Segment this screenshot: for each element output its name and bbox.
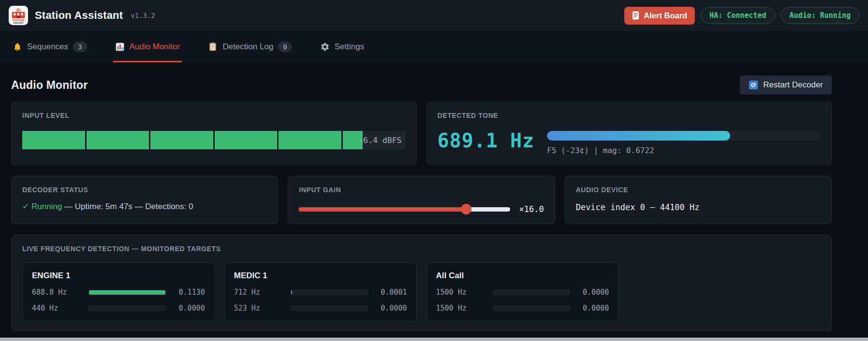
meter-segment-fill [22,131,85,149]
frequency-magnitude-fill [291,290,292,295]
frequency-magnitude-fill [89,290,165,295]
tab-label: Sequences [27,42,68,52]
app-version: v1.3.2 [131,12,155,19]
input-level-card: INPUT LEVEL -6.4 dBFS [11,101,417,165]
tab-label: Audio Monitor [130,42,180,52]
decoder-status-line: ✓ Running — Uptime: 5m 47s — Detections:… [22,201,267,212]
target-magnitude: 0.0000 [577,304,609,313]
frequency-magnitude-bar [493,290,570,295]
tab-audio-monitor[interactable]: Audio Monitor [115,31,180,62]
refresh-icon [749,80,758,90]
detected-frequency-value: 689.1 Hz [438,130,535,151]
target-card-all-call: All Call 1500 Hz 0.0000 1500 Hz 0.0000 [427,262,619,321]
tab-label: Settings [335,42,364,52]
target-frequency-row: 440 Hz 0.0000 [32,304,205,313]
tone-magnitude-fill [547,131,730,141]
input-gain-slider-fill [299,207,466,212]
tab-label: Detection Log [222,42,273,52]
restart-decoder-label: Restart Decoder [763,80,823,90]
input-level-meter: -6.4 dBFS [22,131,406,149]
meter-segment [22,131,85,149]
live-detection-card: LIVE FREQUENCY DETECTION — MONITORED TAR… [11,235,832,331]
live-detection-card-label: LIVE FREQUENCY DETECTION — MONITORED TAR… [22,245,821,253]
input-gain-card: INPUT GAIN ×16.0 [288,176,555,224]
target-frequency-row: 1500 Hz 0.0000 [436,304,609,313]
target-frequency-row: 1500 Hz 0.0000 [436,288,609,297]
tab-detection-log[interactable]: Detection Log 0 [208,31,292,62]
target-name: All Call [436,271,609,281]
input-gain-value: ×16.0 [519,204,544,214]
meter-segment-fill [215,131,278,149]
input-level-dbfs-value: -6.4 dBFS [358,136,401,145]
fire-station-logo-icon: STATION ASSISTANT [9,6,28,25]
meter-segment [150,131,213,149]
detected-tone-card-label: DETECTED TONE [438,112,821,119]
tone-note-info: F5 (-23¢) | mag: 0.6722 [547,146,821,155]
target-frequency: 440 Hz [32,304,81,313]
target-card-medic-1: MEDIC 1 712 Hz 0.0001 523 Hz 0.0000 [224,262,417,321]
target-magnitude: 0.0000 [375,304,407,313]
audio-device-card-label: AUDIO DEVICE [576,186,821,194]
page-title: Audio Monitor [11,79,88,92]
gear-icon [320,42,330,52]
meter-segment [279,131,341,149]
clipboard-icon [208,42,218,52]
svg-text:ASSISTANT: ASSISTANT [13,22,24,24]
meter-segment-fill [279,131,341,149]
audio-device-card: AUDIO DEVICE Device index 0 — 44100 Hz [565,176,832,224]
frequency-magnitude-bar [291,290,368,295]
input-level-card-label: INPUT LEVEL [22,112,406,119]
target-frequency-row: 523 Hz 0.0000 [234,304,407,313]
frequency-magnitude-bar [88,306,166,311]
tone-magnitude-bar [547,131,821,141]
frequency-magnitude-bar [88,290,166,295]
target-frequency-row: 712 Hz 0.0001 [234,288,407,297]
target-frequency-row: 688.8 Hz 0.1130 [32,288,205,297]
target-frequency: 688.8 Hz [32,288,81,297]
target-magnitude: 0.0000 [173,304,205,313]
decoder-status-card: DECODER STATUS ✓ Running — Uptime: 5m 47… [11,176,278,224]
svg-text:STATION: STATION [13,19,24,22]
alert-board-button[interactable]: Alert Board [624,7,695,25]
tab-settings[interactable]: Settings [320,31,364,62]
meter-segment-fill [150,131,213,149]
detected-tone-card: DETECTED TONE 689.1 Hz F5 (-23¢) | mag: … [427,101,832,165]
tab-bar: Sequences 3 Audio Monitor Detection Lo [0,31,868,63]
tab-badge-sequences: 3 [73,42,87,52]
horizontal-scrollbar[interactable] [0,338,868,341]
audio-device-value: Device index 0 — 44100 Hz [576,202,821,212]
alert-board-document-icon [632,11,639,20]
app-title: Station Assistant [35,9,123,22]
restart-decoder-button[interactable]: Restart Decoder [740,75,832,95]
input-gain-slider-thumb[interactable] [461,204,471,214]
target-name: MEDIC 1 [234,271,407,281]
target-card-engine-1: ENGINE 1 688.8 Hz 0.1130 440 Hz 0.0000 [22,262,215,321]
target-magnitude: 0.1130 [173,288,205,297]
bar-chart-icon [115,42,125,52]
tab-sequences[interactable]: Sequences 3 [13,31,87,62]
alert-board-label: Alert Board [644,11,687,20]
input-gain-slider[interactable] [299,207,510,212]
target-magnitude: 0.0000 [577,288,609,297]
frequency-magnitude-bar [291,306,368,311]
target-name: ENGINE 1 [32,271,205,281]
check-icon: ✓ [22,202,29,211]
target-frequency: 1500 Hz [436,304,485,313]
ha-status-badge: HA: Connected [701,7,775,24]
decoder-details: — Uptime: 5m 47s — Detections: 0 [64,202,193,211]
target-frequency: 1500 Hz [436,288,485,297]
meter-segment-fill [87,131,149,149]
frequency-magnitude-bar [493,306,570,311]
meter-segment [215,131,278,149]
decoder-state: Running [31,202,62,211]
target-frequency: 712 Hz [234,288,283,297]
target-frequency: 523 Hz [234,304,283,313]
target-magnitude: 0.0001 [375,288,407,297]
app-header: STATION ASSISTANT Station Assistant v1.3… [0,0,868,31]
audio-status-badge: Audio: Running [781,7,859,24]
bell-icon [13,42,22,52]
input-gain-card-label: INPUT GAIN [299,186,544,194]
app-logo: STATION ASSISTANT [9,6,28,25]
tab-badge-detection-log: 0 [278,42,292,52]
main-content: Audio Monitor Restart Decoder INPUT LEVE… [0,75,868,331]
